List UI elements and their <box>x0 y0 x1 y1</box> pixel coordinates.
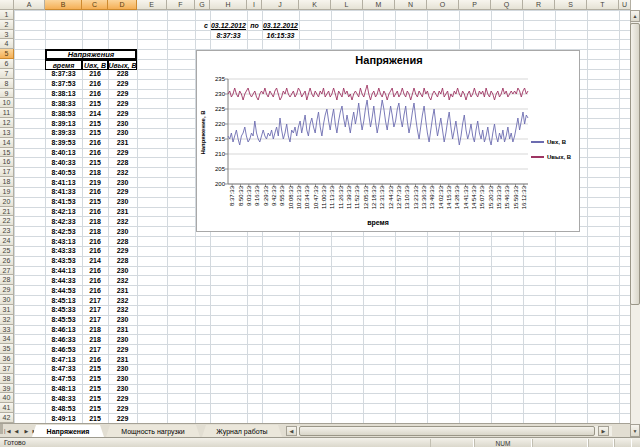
cell-time[interactable]: 8:49:13 <box>45 413 82 423</box>
row-header-1[interactable]: 1 <box>0 10 14 20</box>
cell-uout[interactable]: 229 <box>108 403 137 413</box>
scroll-right-icon[interactable]: ▶ <box>598 426 609 436</box>
select-all-corner[interactable] <box>0 0 14 10</box>
row-header-23[interactable]: 23 <box>0 226 14 236</box>
cell-uout[interactable]: 229 <box>108 89 137 99</box>
row-header-32[interactable]: 32 <box>0 315 14 325</box>
row-header-39[interactable]: 39 <box>0 384 14 394</box>
cell-uout[interactable]: 231 <box>108 207 137 217</box>
cell-uout[interactable]: 231 <box>108 285 137 295</box>
row-header-30[interactable]: 30 <box>0 295 14 305</box>
cell-uout[interactable]: 230 <box>108 197 137 207</box>
cell-time[interactable]: 8:41:33 <box>45 187 82 197</box>
cell-uin[interactable]: 217 <box>82 315 108 325</box>
cell-uin[interactable]: 215 <box>82 393 108 403</box>
row-header-19[interactable]: 19 <box>0 187 14 197</box>
column-header-I[interactable]: I <box>247 0 262 10</box>
cell-uout[interactable]: 228 <box>108 256 137 266</box>
cell-time[interactable]: 8:44:33 <box>45 275 82 285</box>
prev-sheet-icon[interactable]: ◀ <box>12 426 21 436</box>
column-header-G[interactable]: G <box>195 0 210 10</box>
row-header-37[interactable]: 37 <box>0 364 14 374</box>
row-header-29[interactable]: 29 <box>0 285 14 295</box>
column-header-Q[interactable]: Q <box>491 0 523 10</box>
cell-time[interactable]: 8:38:33 <box>45 98 82 108</box>
column-header-D[interactable]: D <box>108 0 137 10</box>
cell-uout[interactable]: 228 <box>108 236 137 246</box>
cell-uin[interactable]: 215 <box>82 118 108 128</box>
column-header-S[interactable]: S <box>555 0 587 10</box>
column-header-R[interactable]: R <box>523 0 555 10</box>
cell-uout[interactable]: 232 <box>108 167 137 177</box>
cell-uin[interactable]: 216 <box>82 89 108 99</box>
row-header-40[interactable]: 40 <box>0 393 14 403</box>
row-header-21[interactable]: 21 <box>0 207 14 217</box>
cell-time[interactable]: 8:48:53 <box>45 403 82 413</box>
cell-uout[interactable]: 229 <box>108 148 137 158</box>
cell-uin[interactable]: 216 <box>82 285 108 295</box>
cell-uout[interactable]: 231 <box>108 354 137 364</box>
cell-uin[interactable]: 219 <box>82 177 108 187</box>
cell-time[interactable]: 8:45:13 <box>45 295 82 305</box>
cell-uin[interactable]: 215 <box>82 98 108 108</box>
cell-time[interactable]: 8:47:13 <box>45 354 82 364</box>
cell-uin[interactable]: 217 <box>82 344 108 354</box>
cell-uin[interactable]: 216 <box>82 79 108 89</box>
period-from-date[interactable]: 03.12.2012 <box>210 20 247 30</box>
cell-time[interactable]: 8:40:53 <box>45 167 82 177</box>
row-header-26[interactable]: 26 <box>0 256 14 266</box>
cell-time[interactable]: 8:41:13 <box>45 177 82 187</box>
cell-time[interactable]: 8:46:53 <box>45 344 82 354</box>
cell-uin[interactable]: 218 <box>82 226 108 236</box>
cell-time[interactable]: 8:43:13 <box>45 236 82 246</box>
cell-uout[interactable]: 229 <box>108 344 137 354</box>
row-header-22[interactable]: 22 <box>0 216 14 226</box>
cell-uout[interactable]: 231 <box>108 138 137 148</box>
cell-uin[interactable]: 215 <box>82 384 108 394</box>
cell-uout[interactable]: 229 <box>108 413 137 423</box>
period-to-label[interactable]: по <box>247 20 262 30</box>
cell-time[interactable]: 8:37:53 <box>45 79 82 89</box>
cell-uout[interactable]: 230 <box>108 364 137 374</box>
horizontal-scroll-thumb[interactable] <box>299 426 595 436</box>
column-header-U[interactable]: U <box>619 0 631 10</box>
row-header-35[interactable]: 35 <box>0 344 14 354</box>
cell-uin[interactable]: 216 <box>82 69 108 79</box>
cell-uout[interactable]: 228 <box>108 157 137 167</box>
column-header-C[interactable]: C <box>82 0 108 10</box>
period-to-time[interactable]: 16:15:33 <box>262 30 299 40</box>
cell-uin[interactable]: 217 <box>82 305 108 315</box>
row-header-28[interactable]: 28 <box>0 275 14 285</box>
row-header-8[interactable]: 8 <box>0 79 14 89</box>
first-sheet-icon[interactable]: ❘◀ <box>2 426 11 436</box>
cell-time[interactable]: 8:44:13 <box>45 266 82 276</box>
cell-uout[interactable]: 230 <box>108 315 137 325</box>
cell-uout[interactable]: 230 <box>108 384 137 394</box>
cell-time[interactable]: 8:39:33 <box>45 128 82 138</box>
cell-uin[interactable]: 216 <box>82 207 108 217</box>
row-header-17[interactable]: 17 <box>0 167 14 177</box>
cell-uout[interactable]: 230 <box>108 334 137 344</box>
cell-uin[interactable]: 215 <box>82 364 108 374</box>
row-header-42[interactable]: 42 <box>0 413 14 423</box>
column-header-H[interactable]: H <box>210 0 247 10</box>
row-header-10[interactable]: 10 <box>0 98 14 108</box>
row-header-14[interactable]: 14 <box>0 138 14 148</box>
row-header-25[interactable]: 25 <box>0 246 14 256</box>
cell-uout[interactable]: 232 <box>108 216 137 226</box>
cell-uin[interactable]: 216 <box>82 187 108 197</box>
scroll-up-icon[interactable]: ▲ <box>630 10 640 22</box>
cell-time[interactable]: 8:41:53 <box>45 197 82 207</box>
row-header-4[interactable]: 4 <box>0 39 14 49</box>
cell-time[interactable]: 8:42:53 <box>45 226 82 236</box>
cell-time[interactable]: 8:38:13 <box>45 89 82 99</box>
period-to-date[interactable]: 03.12.2012 <box>262 20 299 30</box>
cell-uin[interactable]: 218 <box>82 216 108 226</box>
cell-uout[interactable]: 232 <box>108 295 137 305</box>
row-header-6[interactable]: 6 <box>0 59 14 69</box>
cell-time[interactable]: 8:46:33 <box>45 334 82 344</box>
cell-time[interactable]: 8:40:13 <box>45 148 82 158</box>
cell-uin[interactable]: 217 <box>82 295 108 305</box>
cell-time[interactable]: 8:45:33 <box>45 305 82 315</box>
cell-uin[interactable]: 215 <box>82 413 108 423</box>
